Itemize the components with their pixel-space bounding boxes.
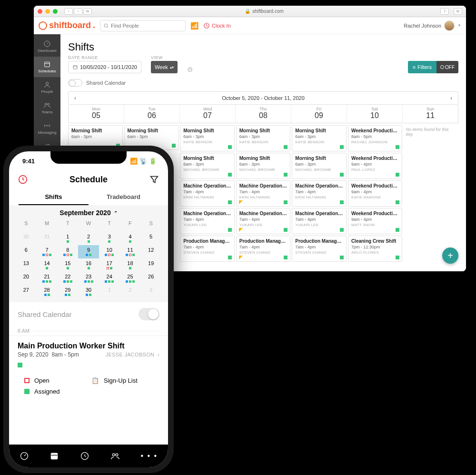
cal-day[interactable]: 25	[120, 272, 141, 285]
cal-day[interactable]: 15	[57, 258, 78, 272]
cal-day[interactable]: 17	[99, 258, 120, 272]
shift-card[interactable]: Weekend Production...8am - 5pmRACHEL JOH…	[348, 125, 403, 151]
shift-card[interactable]: Machine Operation -...7am - 4pmERIN HILT…	[292, 180, 347, 207]
cal-day[interactable]: 14	[37, 258, 58, 272]
cal-day[interactable]: 19	[140, 258, 161, 272]
broadcast-icon[interactable]: 📶	[190, 22, 198, 30]
cal-day[interactable]: 10	[99, 245, 120, 258]
shift-card[interactable]: Production Manager Shift7am - 4pmSTEVEN …	[236, 236, 291, 262]
shift-card[interactable]: Machine Operation -...7am - 4pmYUKARI LE…	[236, 208, 291, 234]
shift-card[interactable]: Machine Operation -...7am - 4pmERIN HILT…	[236, 180, 291, 207]
cal-day[interactable]: 1	[57, 232, 78, 245]
cal-day[interactable]: 16	[78, 258, 99, 272]
tab-shifts[interactable]: Shifts	[19, 189, 89, 205]
cal-day[interactable]: 2	[120, 285, 141, 298]
close-icon[interactable]	[38, 9, 42, 14]
cal-day[interactable]: 23	[78, 272, 99, 285]
cal-day[interactable]: 7	[37, 245, 58, 258]
cal-day[interactable]: 1	[99, 285, 120, 298]
shift-card[interactable]: Weekend Production...9am - 4pmKATIE RAMO…	[348, 180, 403, 207]
shift-card[interactable]: Production Manager Shift7am - 4pmSTEVEN …	[292, 236, 347, 262]
mobile-shift-card[interactable]: Main Production Worker Shift Sep 9, 2020…	[9, 336, 168, 373]
tabs-button[interactable]: ⧉	[83, 8, 92, 15]
back-button[interactable]: ‹	[64, 8, 73, 15]
sidebar-item-schedules[interactable]: Schedules	[34, 57, 60, 77]
filter-icon[interactable]	[149, 174, 159, 185]
cal-day[interactable]: 3	[140, 285, 161, 298]
cal-day[interactable]: 24	[99, 272, 120, 285]
add-button[interactable]: +	[442, 247, 458, 264]
cal-day[interactable]: 13	[16, 258, 37, 272]
shift-card[interactable]: Machine Operation -...7am - 4pmYUKARI LE…	[292, 208, 347, 234]
cal-day[interactable]: 11	[120, 245, 141, 258]
shift-card[interactable]: Morning Shift6am - 3pmMICHAEL BROOME	[236, 153, 291, 179]
search-field[interactable]	[111, 23, 182, 29]
nav-clock-icon[interactable]	[80, 451, 89, 461]
shift-card[interactable]: Morning Shift6am - 3pmKATIE BENSON	[180, 125, 235, 151]
cal-day[interactable]: 3	[99, 232, 120, 245]
cal-day[interactable]: 31	[37, 232, 58, 245]
sidebar-item-teams[interactable]: Teams	[34, 98, 60, 118]
view-select[interactable]: Week ▴▾	[151, 61, 178, 73]
month-selector[interactable]: September 2020 ⌃	[9, 205, 168, 218]
cal-day[interactable]: 18	[120, 258, 141, 272]
filters-off-button[interactable]: OFF	[436, 61, 458, 73]
clock-in-icon[interactable]	[18, 174, 28, 185]
cal-day[interactable]: 21	[37, 272, 58, 285]
shift-card[interactable]: Machine Operation -...7am - 4pmYUKARI LE…	[180, 208, 235, 234]
cal-day[interactable]: 30	[78, 285, 99, 298]
logo[interactable]: shiftboard.	[39, 20, 95, 30]
nav-more-icon[interactable]: • • •	[140, 452, 158, 460]
minimize-icon[interactable]	[45, 9, 50, 14]
tabs-button-2[interactable]: ⧉	[454, 8, 462, 15]
sidebar-item-dashboard[interactable]: Dashboard	[34, 36, 60, 57]
signal-icon: 📶	[130, 158, 138, 165]
search-input[interactable]	[100, 20, 186, 31]
sidebar-item-messaging[interactable]: Messaging	[34, 118, 60, 139]
cal-day[interactable]: 2	[78, 232, 99, 245]
shared-calendar-toggle[interactable]	[68, 79, 82, 87]
cal-day[interactable]: 12	[140, 245, 161, 258]
cal-day[interactable]: 6	[16, 245, 37, 258]
shift-card[interactable]: Morning Shift6am - 3pmMICHAEL BROOME	[292, 153, 347, 179]
week-range-text: October 5, 2020 - October 11, 2020	[82, 95, 445, 101]
forward-button[interactable]: ›	[74, 8, 82, 15]
tab-tradeboard[interactable]: Tradeboard	[89, 189, 159, 205]
window-controls[interactable]	[38, 9, 58, 14]
mobile-shared-toggle[interactable]	[139, 308, 159, 320]
maximize-icon[interactable]	[53, 9, 58, 14]
cal-day[interactable]: 8	[57, 245, 78, 258]
home-indicator[interactable]	[60, 463, 117, 465]
cal-day[interactable]: 29	[57, 285, 78, 298]
shift-card[interactable]: Cleaning Crew Shift7pm - 11:30pmARLO FLO…	[348, 236, 403, 262]
shift-card[interactable]: Production Manager Shift7am - 4pmSTEVEN …	[180, 236, 235, 262]
shift-card[interactable]: Morning Shift6am - 3pmKATIE BENSON	[236, 125, 291, 151]
prev-week-button[interactable]: ‹	[69, 95, 82, 101]
date-range-input[interactable]: 10/05/2020 - 10/11/2020	[68, 61, 141, 73]
nav-people-icon[interactable]	[110, 451, 120, 461]
shift-card[interactable]: Weekend Production...9am - 4pmMATT SNOW	[348, 208, 403, 234]
clock-in-button[interactable]: Clock In	[203, 22, 231, 29]
gear-icon[interactable]: ⚙	[187, 66, 193, 73]
user-menu[interactable]: Rachel Johnson ▼	[404, 20, 461, 31]
shift-card[interactable]: Morning Shift6am - 3pmKATIE BENSON	[292, 125, 347, 151]
cal-day[interactable]: 26	[140, 272, 161, 285]
shift-card[interactable]: Weekend Production...9am - 4pmPAUL LOPEZ	[348, 153, 403, 179]
cal-day[interactable]: 4	[120, 232, 141, 245]
share-button[interactable]: ⇪	[440, 8, 449, 15]
cal-day[interactable]: 28	[37, 285, 58, 298]
filters-button[interactable]: ≡ Filters	[408, 61, 436, 73]
shift-card[interactable]: Machine Operation -...7am - 4pmERIN HILT…	[180, 180, 235, 207]
sidebar-item-people[interactable]: People	[34, 77, 60, 98]
cal-day[interactable]: 22	[57, 272, 78, 285]
shift-card[interactable]: Morning Shift6am - 3pmMICHAEL BROOME	[180, 153, 235, 179]
cal-day[interactable]: 20	[16, 272, 37, 285]
cal-day[interactable]: 30	[16, 232, 37, 245]
next-week-button[interactable]: ›	[445, 95, 458, 101]
cal-day[interactable]: 9	[78, 245, 99, 258]
cal-day[interactable]: 27	[16, 285, 37, 298]
nav-dashboard-icon[interactable]	[20, 451, 29, 461]
address-bar[interactable]: 🔒shiftboard.com	[95, 9, 434, 14]
nav-calendar-icon[interactable]	[50, 451, 59, 461]
cal-day[interactable]: 5	[140, 232, 161, 245]
